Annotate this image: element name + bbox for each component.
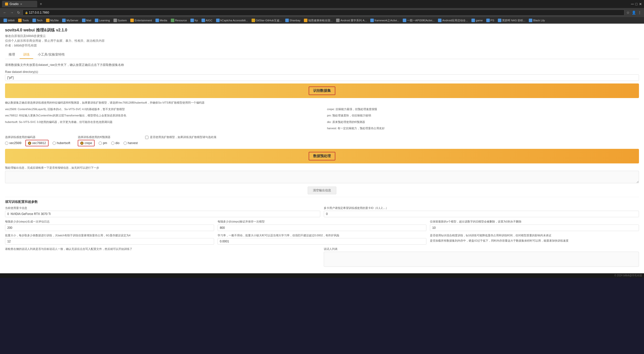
bookmark-media[interactable]: Media: [154, 18, 169, 23]
bookmark-frp[interactable]: frp: [189, 18, 199, 23]
radio-crepe[interactable]: crepe: [78, 140, 95, 146]
radio-hubertsoft-input[interactable]: [53, 142, 56, 145]
bookmark-hcaptcha[interactable]: hCaptcha Accessibili...: [215, 18, 250, 23]
bookmark-ruien[interactable]: 瑞恩健康体检全国...: [302, 18, 334, 23]
bookmark-myserver-icon: [62, 19, 66, 22]
tab-training[interactable]: 训练: [20, 51, 33, 59]
bookmark-game[interactable]: game: [470, 18, 484, 23]
account-icon[interactable]: 👤: [631, 10, 636, 15]
radio-vec768l12[interactable]: vec768l12: [25, 140, 49, 146]
reload-btn[interactable]: ↻: [16, 10, 21, 15]
bookmark-learning-icon: [95, 19, 98, 22]
bookmark-blacklily[interactable]: Black Lily: [527, 18, 546, 23]
encoder-info-harvest: harvest: 有一定抗噪能力，预处理显存占用友好: [327, 126, 639, 131]
encoder-select-label: 选择训练感使用的编码器: [5, 135, 70, 139]
fp16-label: 是否使用fp16混合精度训练，fp16训练可能降低显存占用和训练时间，但对模型质…: [430, 234, 639, 237]
bookmark-entertainment[interactable]: Entertainment: [129, 18, 153, 23]
speaker-list-area: [324, 252, 639, 267]
diffusion-checkbox-group: 是否使用浅扩散模型，如果训练浅扩散模型请勾选此项: [145, 135, 639, 139]
encoder-f0-row: 选择训练感使用的编码器 vec256l9 vec768l12 hubertsof…: [5, 135, 639, 146]
bookmark-shanbay[interactable]: Shanbay: [284, 18, 302, 23]
tab-title: Gradio: [10, 2, 19, 6]
radio-dio-input[interactable]: [111, 142, 114, 145]
radio-harvest-input[interactable]: [124, 142, 127, 145]
encoder-select-group: 选择训练感使用的编码器 vec256l9 vec768l12 hubertsof…: [5, 135, 70, 146]
radio-vec256l9[interactable]: vec256l9: [5, 141, 21, 145]
bookmark-mysite[interactable]: MySite: [45, 18, 60, 23]
star-icon[interactable]: ☆: [626, 10, 630, 15]
divider-1: [5, 197, 639, 197]
bookmark-blacklily-icon: [529, 19, 532, 22]
radio-dio-label: dio: [115, 141, 119, 145]
bookmark-api30[interactable]: 一图一API30时Activi...: [401, 18, 436, 23]
bookmark-gitstar[interactable]: GitStar-GitHub互鉴...: [250, 18, 283, 23]
back-btn[interactable]: ←: [2, 10, 8, 15]
encoder-info-dio: dio: 原来预处理使用的f0预测器: [327, 120, 639, 124]
window-maximize-btn[interactable]: □: [635, 2, 637, 6]
radio-harvest-label: harvest: [128, 141, 138, 145]
bookmark-tech[interactable]: Tech: [31, 18, 44, 23]
save-steps-group: 每隔多少步(steps)验证并保存一次模型: [218, 220, 427, 231]
radio-crepe-input[interactable]: [80, 142, 84, 145]
forward-btn[interactable]: →: [9, 10, 15, 15]
log-steps-input[interactable]: [5, 225, 214, 231]
bookmark-bilibili[interactable]: bilibili: [2, 18, 16, 23]
preprocess-btn[interactable]: 数据预处理: [313, 154, 331, 158]
bookmark-system[interactable]: System: [112, 18, 129, 23]
radio-hubertsoft[interactable]: hubertsoft: [53, 141, 70, 145]
save-steps-input[interactable]: [218, 225, 427, 231]
radio-vec768l12-label: vec768l12: [32, 141, 46, 145]
main-tabs: 推理 训练 小工具/实验室特性: [5, 51, 639, 59]
bookmark-learning[interactable]: Learning: [93, 18, 111, 23]
gpu-input[interactable]: [5, 211, 320, 217]
batch-size-label: 批量大小，每步取多少条数据进行训练，大batch有助于训练但显著增加显存占用，6…: [5, 234, 214, 237]
bookmark-aigc[interactable]: AIGC: [200, 18, 214, 23]
encoder-info-row: vec256l9: ContentVec256Layer9), 旧版本的v1、S…: [5, 107, 639, 133]
menu-icon[interactable]: ⋮: [637, 10, 642, 15]
page-title: sovits4.0 webui 推理&训练 v2.1.0: [5, 28, 639, 33]
lr-input[interactable]: [218, 238, 427, 245]
bookmark-android[interactable]: Android 重学系列 A...: [335, 18, 368, 23]
keep-ckpt-input[interactable]: [430, 225, 639, 231]
clear-output-btn[interactable]: 清空输出信息: [308, 187, 336, 194]
bookmark-nas-icon: [498, 19, 501, 22]
identify-dataset-btn[interactable]: 识别数据集: [313, 88, 331, 93]
cache-label: 是否加载所有数据集到内存中，硬盘IO过于低下，同时内存容量远大于数据集体积时可以…: [430, 239, 639, 243]
bookmark-android2[interactable]: Android应用启动全...: [436, 18, 469, 23]
tab-close-btn[interactable]: ✕: [20, 3, 22, 6]
save-steps-label: 每隔多少步(steps)验证并保存一次模型: [218, 220, 427, 224]
speaker-list-title: 说话人列表: [324, 247, 639, 251]
radio-dio[interactable]: dio: [111, 141, 119, 145]
radio-vec768l12-input[interactable]: [28, 142, 31, 145]
address-bar[interactable]: 🔒 127.0.0.1:7860: [23, 10, 624, 16]
batch-size-input[interactable]: [5, 238, 214, 245]
tab-inference[interactable]: 推理: [5, 51, 19, 59]
bookmark-resource[interactable]: Resource: [169, 18, 188, 23]
bookmark-myserver[interactable]: MyServer: [61, 18, 80, 23]
radio-pm-input[interactable]: [99, 142, 102, 145]
dataset-section: 请将数据集文件夹放置在dataset_raw文件夹下，确认放置正确后点击下方获取…: [5, 63, 639, 98]
bookmark-framework[interactable]: framework之Activi...: [369, 18, 401, 23]
window-close-btn[interactable]: ✕: [639, 2, 642, 6]
log-steps-label: 每隔多少步(steps)生成一次评估日志: [5, 220, 214, 224]
bookmark-mail[interactable]: Mail: [80, 18, 93, 23]
bookmark-ps[interactable]: PS: [485, 18, 496, 23]
bookmark-api30-icon: [403, 19, 406, 22]
new-tab-btn[interactable]: +: [38, 2, 44, 6]
window-controls: ─ □ ✕: [430, 2, 642, 6]
log-steps-group: 每隔多少步(steps)生成一次评估日志: [5, 220, 214, 231]
main-content: sovits4.0 webui 推理&训练 v2.1.0 修改自原项目及bili…: [0, 24, 644, 273]
radio-harvest[interactable]: harvest: [124, 141, 138, 145]
diffusion-checkbox[interactable]: [145, 136, 148, 139]
preprocess-output[interactable]: [5, 171, 639, 183]
raw-dataset-input[interactable]: [5, 74, 639, 81]
bookmark-entertainment-icon: [130, 19, 134, 22]
multi-gpu-input[interactable]: [324, 211, 639, 217]
tab-tools[interactable]: 小工具/实验室特性: [34, 51, 68, 59]
radio-pm[interactable]: pm: [99, 141, 107, 145]
active-tab[interactable]: Gradio ✕: [2, 1, 37, 7]
window-minimize-btn[interactable]: ─: [631, 2, 634, 6]
bookmark-nas[interactable]: 黑群晖 NAS 容积...: [496, 18, 527, 23]
radio-vec256l9-input[interactable]: [5, 142, 8, 145]
bookmark-tools[interactable]: Tools: [17, 18, 30, 23]
